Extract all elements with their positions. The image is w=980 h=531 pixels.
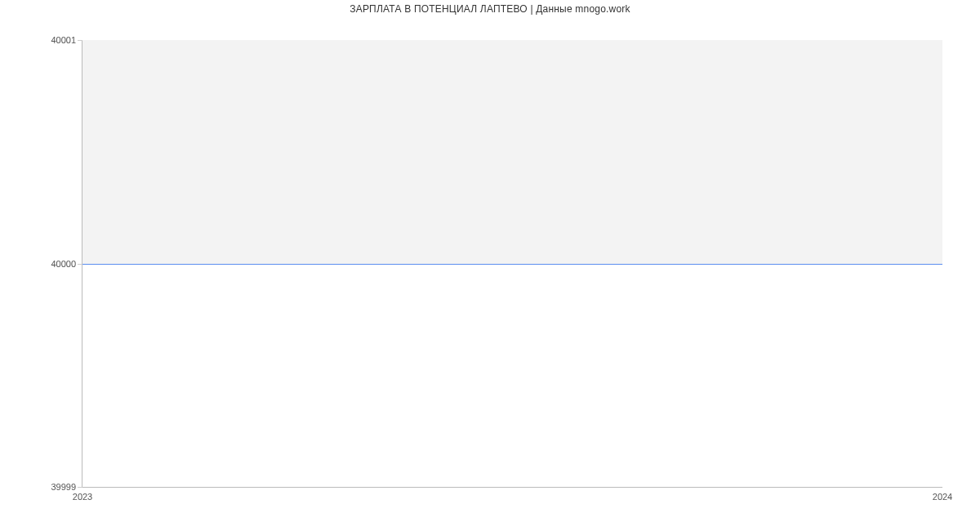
chart-title: ЗАРПЛАТА В ПОТЕНЦИАЛ ЛАПТЕВО | Данные mn… bbox=[0, 3, 980, 15]
plot-background-upper bbox=[82, 40, 942, 264]
data-line-series-0 bbox=[82, 264, 942, 265]
y-tick-label: 40001 bbox=[51, 35, 76, 45]
y-tick-mark bbox=[78, 487, 82, 488]
y-tick-label: 39999 bbox=[51, 482, 76, 492]
plot-area: 40001 40000 39999 2023 2024 bbox=[82, 40, 942, 488]
x-tick-label: 2023 bbox=[73, 492, 92, 502]
y-tick-label: 40000 bbox=[51, 259, 76, 269]
y-tick-mark bbox=[78, 40, 82, 41]
x-tick-label: 2024 bbox=[933, 492, 952, 502]
chart-container: ЗАРПЛАТА В ПОТЕНЦИАЛ ЛАПТЕВО | Данные mn… bbox=[0, 0, 980, 531]
